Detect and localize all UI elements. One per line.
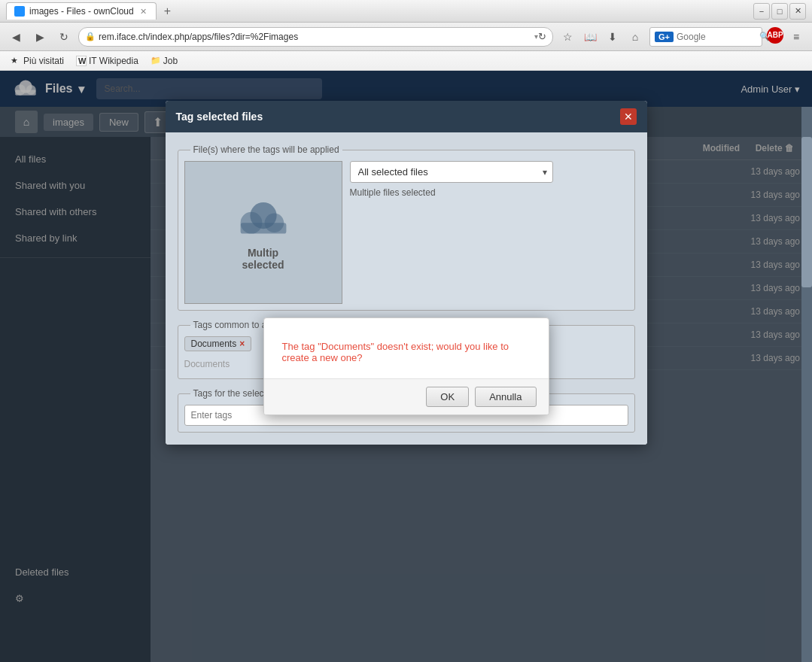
app-content: Files ▾ Admin User ▾ ⌂ images New ⬆ All … xyxy=(0,71,812,662)
maximize-button[interactable]: □ xyxy=(771,3,788,20)
tag-dialog: Tag selected files ✕ File(s) where the t… xyxy=(166,101,647,445)
browser-toolbar-icons: ☆ 📖 ⬇ ⌂ xyxy=(558,27,645,47)
lock-icon: 🔒 xyxy=(85,32,96,41)
bookmark-label: Job xyxy=(163,56,178,66)
bookmark-job[interactable]: 📁 Job xyxy=(146,54,182,68)
minimize-button[interactable]: − xyxy=(753,3,770,20)
confirm-dialog-body: The tag "Documents" doesn't exist; would… xyxy=(264,318,549,378)
menu-icons: ABP ≡ xyxy=(767,27,806,47)
tab-close-button[interactable]: ✕ xyxy=(138,7,148,17)
bookmark-piu-visitati[interactable]: ★ Più visitati xyxy=(6,54,68,68)
browser-tab[interactable]: images - Files - ownCloud ✕ xyxy=(6,2,157,20)
browser-titlebar: images - Files - ownCloud ✕ + − □ ✕ xyxy=(0,0,812,23)
bookmark-star-icon[interactable]: ☆ xyxy=(558,27,577,47)
page-refresh-icon[interactable]: ↻ xyxy=(538,31,546,42)
home-icon[interactable]: ⌂ xyxy=(625,27,645,47)
confirm-dialog: The tag "Documents" doesn't exist; would… xyxy=(263,317,549,415)
google-icon: G+ xyxy=(655,32,674,42)
bookmark-wikipedia[interactable]: W IT Wikipedia xyxy=(71,54,143,68)
browser-toolbar: ◀ ▶ ↻ 🔒 ▾ ↻ ☆ 📖 ⬇ ⌂ G+ 🔍 ABP ≡ xyxy=(0,23,812,51)
address-bar-wrapper: 🔒 ▾ ↻ xyxy=(78,27,553,47)
folder-icon: 📁 xyxy=(151,56,161,66)
bookmarks-bar: ★ Più visitati W IT Wikipedia 📁 Job xyxy=(0,51,812,71)
close-button[interactable]: ✕ xyxy=(789,3,806,20)
scrollbar-track[interactable] xyxy=(801,107,812,662)
tab-favicon xyxy=(14,6,25,17)
confirm-message: The tag "Documents" doesn't exist; would… xyxy=(282,341,509,363)
browser-frame: images - Files - ownCloud ✕ + − □ ✕ ◀ ▶ … xyxy=(0,0,812,662)
refresh-button[interactable]: ↻ xyxy=(54,27,74,47)
confirm-ok-button[interactable]: OK xyxy=(426,387,469,407)
forward-button[interactable]: ▶ xyxy=(30,27,50,47)
new-tab-button[interactable]: + xyxy=(160,5,175,18)
confirm-dialog-overlay: The tag "Documents" doesn't exist; would… xyxy=(166,101,647,445)
adblock-icon[interactable]: ABP xyxy=(767,27,783,44)
tag-dialog-overlay: Tag selected files ✕ File(s) where the t… xyxy=(0,71,812,662)
search-wrapper: G+ 🔍 xyxy=(649,27,762,47)
address-input[interactable] xyxy=(99,32,534,42)
confirm-dialog-footer: OK Annulla xyxy=(264,378,549,415)
reading-list-icon[interactable]: 📖 xyxy=(580,27,600,47)
back-button[interactable]: ◀ xyxy=(6,27,26,47)
menu-button[interactable]: ≡ xyxy=(786,27,806,47)
tab-title: images - Files - ownCloud xyxy=(29,6,134,17)
scrollbar-thumb[interactable] xyxy=(801,137,812,287)
wikipedia-icon: W xyxy=(76,56,87,66)
confirm-cancel-button[interactable]: Annulla xyxy=(475,387,536,407)
download-icon[interactable]: ⬇ xyxy=(603,27,622,47)
window-controls: − □ ✕ xyxy=(753,3,806,20)
bookmark-label: Più visitati xyxy=(23,56,64,66)
search-input[interactable] xyxy=(677,32,759,42)
star-icon: ★ xyxy=(11,56,21,66)
bookmark-label: IT Wikipedia xyxy=(89,56,138,66)
